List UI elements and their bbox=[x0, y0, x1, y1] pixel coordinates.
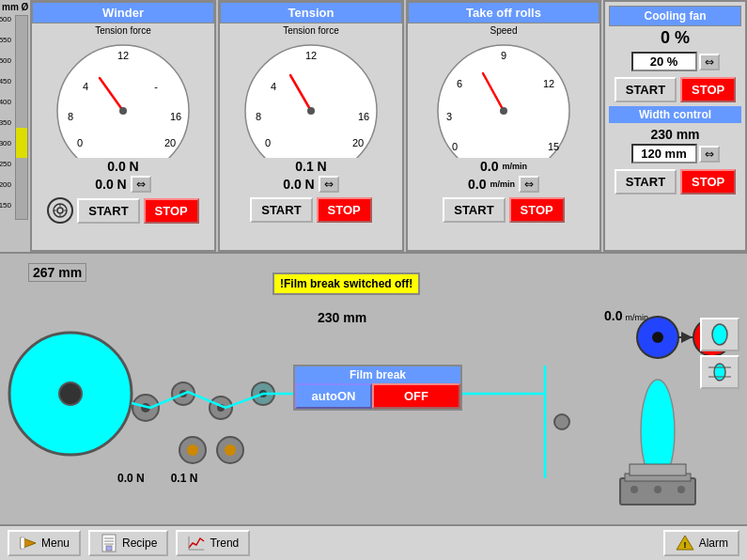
tension-value2: 0.0 N bbox=[283, 177, 314, 192]
svg-point-60 bbox=[654, 486, 661, 493]
takeoff-value1-row: 0.0 m/min bbox=[480, 159, 527, 174]
scale-tick-500: 500 bbox=[0, 56, 11, 65]
svg-text:12: 12 bbox=[117, 50, 129, 61]
width-stop-btn[interactable]: STOP bbox=[680, 169, 736, 194]
svg-point-11 bbox=[57, 208, 63, 213]
takeoff-btn-row: START STOP bbox=[443, 197, 565, 223]
menu-btn[interactable]: Menu bbox=[8, 530, 81, 556]
takeoff-adjust-btn[interactable]: ⇔ bbox=[519, 176, 539, 193]
svg-text:4: 4 bbox=[271, 81, 276, 92]
winder-value1: 0.0 N bbox=[107, 159, 138, 174]
scale-bar-container: 600 550 500 450 400 350 300 250 200 150 bbox=[2, 15, 28, 220]
takeoff-stop-btn[interactable]: STOP bbox=[509, 197, 565, 223]
scale-tick-150: 150 bbox=[0, 201, 11, 210]
menu-label: Menu bbox=[41, 537, 70, 550]
trend-btn[interactable]: Trend bbox=[176, 530, 250, 556]
film-break-off-btn[interactable]: OFF bbox=[372, 383, 460, 409]
width-compress-btn[interactable] bbox=[700, 355, 739, 389]
film-break-panel: Film break autoON OFF bbox=[293, 365, 462, 411]
svg-text:-: - bbox=[154, 81, 158, 92]
svg-point-51 bbox=[652, 332, 663, 343]
winder-value2: 0.0 N bbox=[95, 177, 126, 192]
svg-text:4: 4 bbox=[83, 81, 88, 92]
film-break-auto-on-btn[interactable]: autoON bbox=[295, 383, 372, 409]
width-btn-row: START STOP bbox=[615, 169, 737, 194]
trend-icon bbox=[187, 534, 206, 552]
scale-tick-250: 250 bbox=[0, 160, 11, 168]
right-btn-row: START STOP bbox=[615, 77, 737, 102]
takeoff-title: Take off rolls bbox=[408, 2, 599, 23]
tension-gauge: 4 8 12 16 0 20 bbox=[236, 36, 386, 158]
scale-tick-400: 400 bbox=[0, 98, 11, 106]
svg-text:15: 15 bbox=[547, 141, 558, 152]
width-start-btn[interactable]: START bbox=[615, 169, 677, 194]
percent-display: 0 % bbox=[661, 28, 690, 48]
tension-val1: 0.0 N bbox=[117, 472, 145, 485]
width-adjust-btn[interactable]: ⇔ bbox=[699, 146, 720, 163]
takeoff-gauge: 3 6 9 12 0 15 bbox=[427, 36, 582, 158]
svg-rect-67 bbox=[21, 537, 24, 549]
winder-gauge: 4 8 12 16 - 0 20 bbox=[48, 36, 198, 158]
tension-val2: 0.1 N bbox=[171, 472, 198, 485]
svg-text:6: 6 bbox=[456, 78, 461, 89]
svg-text:0: 0 bbox=[451, 141, 457, 152]
alarm-icon: ! bbox=[675, 534, 695, 552]
svg-rect-72 bbox=[106, 546, 112, 551]
svg-point-49 bbox=[554, 414, 569, 429]
svg-point-61 bbox=[677, 486, 685, 493]
svg-text:16: 16 bbox=[170, 111, 181, 122]
percent-adjust-btn[interactable]: ⇔ bbox=[699, 54, 720, 70]
svg-point-35 bbox=[59, 382, 82, 405]
svg-text:!: ! bbox=[683, 540, 686, 550]
svg-point-62 bbox=[712, 324, 727, 345]
width-expand-btn[interactable] bbox=[700, 318, 739, 351]
right-stop-btn[interactable]: STOP bbox=[680, 77, 736, 102]
svg-text:0: 0 bbox=[265, 137, 271, 148]
takeoff-gauge-label: Speed bbox=[490, 25, 518, 36]
alarm-btn[interactable]: ! Alarm bbox=[663, 530, 739, 556]
takeoff-start-btn[interactable]: START bbox=[443, 197, 505, 223]
tension-gauge-label: Tension force bbox=[283, 25, 338, 36]
svg-text:9: 9 bbox=[500, 50, 506, 61]
tension-stop-btn[interactable]: STOP bbox=[317, 197, 372, 223]
takeoff-value2: 0.0 bbox=[468, 177, 486, 192]
width-mm2-input[interactable]: 120 mm bbox=[631, 144, 697, 163]
svg-text:20: 20 bbox=[164, 137, 176, 148]
film-break-notification: !Film break switched off! bbox=[272, 272, 420, 295]
svg-text:8: 8 bbox=[68, 111, 73, 122]
svg-text:8: 8 bbox=[256, 111, 261, 122]
alarm-label: Alarm bbox=[699, 537, 728, 550]
svg-point-24 bbox=[307, 107, 315, 115]
tension-start-btn[interactable]: START bbox=[250, 197, 312, 223]
svg-text:16: 16 bbox=[358, 111, 369, 122]
winder-panel: Winder Tension force 4 8 12 16 - 0 20 0.… bbox=[30, 0, 216, 252]
winder-stop-btn[interactable]: STOP bbox=[144, 198, 199, 224]
winder-value2-row: 0.0 N ⇔ bbox=[95, 176, 150, 193]
svg-text:12: 12 bbox=[542, 78, 553, 89]
right-start-btn[interactable]: START bbox=[615, 77, 677, 102]
recipe-label: Recipe bbox=[122, 537, 157, 550]
scale-bar bbox=[15, 15, 28, 220]
svg-text:12: 12 bbox=[305, 50, 317, 61]
menu-icon bbox=[19, 534, 38, 552]
winder-start-btn[interactable]: START bbox=[77, 198, 139, 224]
width-mm1-display: 230 mm bbox=[650, 127, 699, 142]
winder-target-icon[interactable] bbox=[47, 197, 73, 224]
scale-tick-550: 550 bbox=[0, 36, 11, 44]
svg-text:20: 20 bbox=[352, 137, 364, 148]
winder-title: Winder bbox=[32, 2, 214, 23]
takeoff-panel: Take off rolls Speed 3 6 9 12 0 15 0.0 m… bbox=[406, 0, 601, 252]
tension-title: Tension bbox=[220, 2, 402, 23]
scale-tick-300: 300 bbox=[0, 139, 11, 148]
tension-value2-row: 0.0 N ⇔ bbox=[283, 176, 338, 193]
tension-adjust-btn[interactable]: ⇔ bbox=[319, 176, 339, 193]
mm-diameter-label: mm Ø bbox=[2, 2, 28, 12]
width-control-header: Width control bbox=[609, 106, 741, 123]
percent-input[interactable]: 20 % bbox=[631, 52, 697, 71]
recipe-btn[interactable]: Recipe bbox=[88, 530, 168, 556]
tension-value1: 0.1 N bbox=[295, 159, 326, 174]
winder-adjust-btn[interactable]: ⇔ bbox=[131, 176, 151, 193]
trend-label: Trend bbox=[210, 537, 239, 550]
tension-value1-row: 0.1 N bbox=[295, 159, 326, 174]
scale-tick-200: 200 bbox=[0, 180, 11, 189]
